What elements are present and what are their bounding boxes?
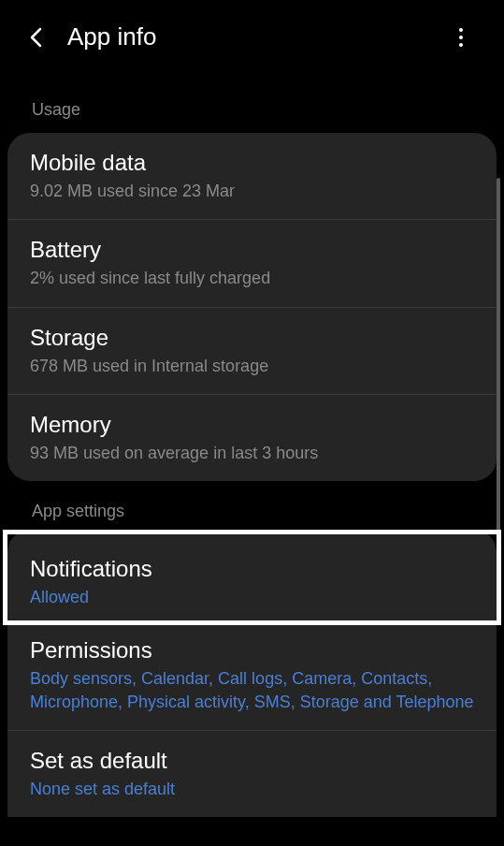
item-title: Set as default (30, 748, 474, 774)
item-title: Permissions (30, 637, 474, 664)
item-title: Notifications (30, 556, 474, 582)
item-subtitle: Body sensors, Calendar, Call logs, Camer… (30, 667, 474, 713)
item-subtitle: Allowed (30, 586, 474, 608)
page-title: App info (67, 22, 156, 51)
list-item-notifications[interactable]: Notifications Allowed (3, 530, 501, 625)
app-settings-card: Notifications Allowed Permissions Body s… (7, 530, 497, 817)
section-label-usage: Usage (0, 91, 504, 129)
list-item-storage[interactable]: Storage 678 MB used in Internal storage (7, 308, 497, 395)
header-left: App info (26, 22, 156, 51)
section-label-app-settings: App settings (0, 492, 504, 531)
list-item-set-as-default[interactable]: Set as default None set as default (7, 731, 497, 817)
list-item-battery[interactable]: Battery 2% used since last fully charged (7, 220, 497, 307)
item-title: Memory (30, 412, 474, 438)
scrollbar[interactable] (497, 178, 500, 590)
item-title: Mobile data (30, 150, 474, 176)
usage-card: Mobile data 9.02 MB used since 23 Mar Ba… (7, 133, 497, 481)
list-item-memory[interactable]: Memory 93 MB used on average in last 3 h… (7, 395, 497, 481)
item-subtitle: None set as default (30, 778, 474, 800)
more-options-icon[interactable] (450, 26, 472, 49)
list-item-mobile-data[interactable]: Mobile data 9.02 MB used since 23 Mar (7, 133, 497, 220)
item-subtitle: 2% used since last fully charged (30, 267, 474, 289)
item-subtitle: 678 MB used in Internal storage (30, 355, 474, 377)
item-subtitle: 93 MB used on average in last 3 hours (30, 442, 474, 464)
item-title: Battery (30, 237, 474, 263)
list-item-permissions[interactable]: Permissions Body sensors, Calendar, Call… (7, 620, 497, 731)
back-icon[interactable] (26, 28, 45, 47)
app-header: App info (0, 0, 504, 70)
item-title: Storage (30, 325, 474, 351)
item-subtitle: 9.02 MB used since 23 Mar (30, 180, 474, 202)
